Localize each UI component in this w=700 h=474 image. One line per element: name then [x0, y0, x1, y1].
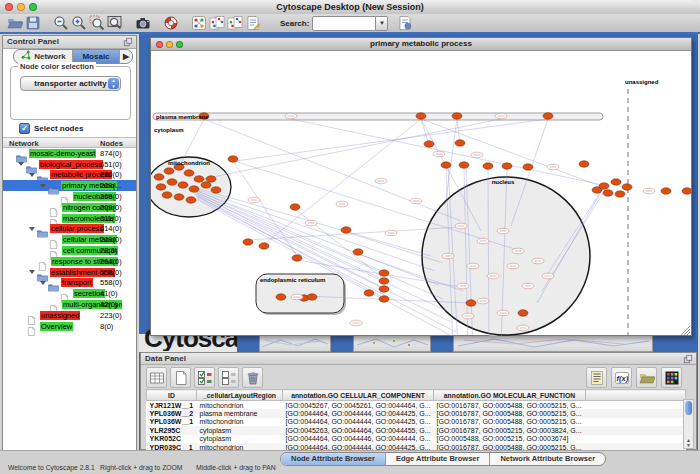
minimize-button[interactable]: [166, 41, 173, 48]
cell[interactable]: [GO:0044464, GO:0044444, GO:0044425, G..…: [283, 409, 434, 417]
cell[interactable]: cytoplasm: [197, 435, 283, 443]
network-node[interactable]: [167, 179, 177, 185]
network-node[interactable]: [459, 162, 469, 168]
float-panel-icon[interactable]: [683, 354, 693, 364]
cell[interactable]: [GO:0044464, GO:0044446, GO:0044444, G..…: [283, 435, 434, 443]
cell[interactable]: mitochondrion: [197, 443, 283, 450]
network-node[interactable]: [379, 296, 389, 302]
column-header[interactable]: _cellularLayoutRegion: [197, 390, 283, 401]
cell[interactable]: YLR295C: [147, 426, 197, 434]
network-node[interactable]: [424, 141, 434, 147]
network-node[interactable]: [599, 183, 609, 189]
table-row[interactable]: YLR295Ccytoplasm[GO:0045263, GO:0044464,…: [147, 426, 686, 434]
tree-row[interactable]: secretion41(0): [3, 288, 136, 299]
tree-row[interactable]: cell communicat22(0): [3, 245, 136, 256]
select-attributes-icon[interactable]: [194, 367, 215, 388]
network-window-titlebar[interactable]: primary metabolic process: [151, 38, 691, 51]
cell[interactable]: [GO:0016787, GO:0005488, GO:0005215, G..…: [434, 443, 586, 450]
network-node[interactable]: [518, 310, 528, 316]
table-row[interactable]: YJR121W__1mitochondrion[GO:0045267, GO:0…: [147, 401, 686, 410]
network-node[interactable]: [502, 163, 512, 169]
table-row[interactable]: YPL036W__2plasma membrane[GO:0044464, GO…: [147, 409, 686, 417]
network-node[interactable]: [579, 161, 589, 167]
cell[interactable]: YPL036W__2: [147, 409, 197, 417]
network-node[interactable]: [154, 174, 164, 180]
cell[interactable]: [GO:0044464, GO:0044444, GO:0044425, G..…: [283, 418, 434, 426]
zoom-button[interactable]: [176, 41, 183, 48]
network-node[interactable]: [206, 176, 216, 182]
cell[interactable]: YJR121W__1: [147, 401, 197, 410]
cell[interactable]: [GO:0016787, GO:0005488, GO:0005215, G..…: [434, 418, 586, 426]
snapshot-camera-icon[interactable]: [134, 15, 152, 32]
network-node[interactable]: [164, 168, 174, 174]
network-node[interactable]: [603, 190, 613, 196]
tree-row[interactable]: transport558(0): [3, 278, 136, 289]
cell[interactable]: cytoplasm: [197, 426, 283, 434]
attribute-matrix-icon[interactable]: [661, 367, 682, 388]
network-node[interactable]: [189, 186, 199, 192]
formula-builder-icon[interactable]: f(x): [611, 367, 632, 388]
zoom-out-icon[interactable]: [52, 15, 70, 32]
tree-row[interactable]: nitrogen compo209(0): [3, 202, 136, 213]
network-node[interactable]: [353, 249, 363, 255]
tab-overflow-arrow-icon[interactable]: ▶: [120, 50, 132, 63]
cell[interactable]: [GO:0044464, GO:0044444, GO:0044425, G..…: [283, 443, 434, 450]
network-node[interactable]: [290, 204, 300, 210]
tree-row[interactable]: cellular metabol209(0): [3, 234, 136, 245]
import-table-icon[interactable]: [396, 15, 414, 32]
background-window[interactable]: [653, 334, 698, 352]
network-node[interactable]: [682, 188, 691, 194]
network-node[interactable]: [452, 113, 462, 119]
help-lifebuoy-icon[interactable]: [162, 15, 180, 32]
attribute-table-header-row[interactable]: ID_cellularLayoutRegionannotation.GO CEL…: [147, 390, 686, 401]
scrollbar-thumb[interactable]: [685, 401, 692, 415]
network-edge[interactable]: [196, 190, 384, 272]
network-node[interactable]: [307, 294, 317, 300]
network-edge[interactable]: [196, 192, 384, 280]
network-overlay-a-icon[interactable]: [208, 15, 226, 32]
tree-row[interactable]: nucleobase-209(0): [3, 191, 136, 202]
disclosure-triangle-icon[interactable]: [18, 162, 24, 166]
network-node[interactable]: [661, 188, 671, 194]
tree-row[interactable]: response to stimulu264(0): [3, 256, 136, 267]
tree-row[interactable]: mosaic-demo-yeast874(0): [3, 148, 136, 159]
disclosure-triangle-icon[interactable]: [29, 227, 35, 231]
network-node[interactable]: [441, 162, 451, 168]
cell[interactable]: [GO:0045263, GO:0044464, GO:0044455, G..…: [283, 426, 434, 434]
column-header[interactable]: annotation.GO CELLULAR_COMPONENT: [283, 390, 434, 401]
background-window[interactable]: [331, 334, 353, 352]
tab-network-attribute-browser[interactable]: Network Attribute Browser: [490, 453, 605, 465]
network-node[interactable]: [379, 278, 389, 284]
network-canvas[interactable]: plasma membranecytoplasmmitochondrionnuc…: [151, 51, 691, 336]
network-node[interactable]: [259, 243, 269, 249]
network-edge[interactable]: [204, 119, 461, 221]
tree-row[interactable]: cellular process614(0): [3, 224, 136, 235]
scrollbar-arrows[interactable]: ▲▼: [684, 438, 693, 448]
unselect-attributes-icon[interactable]: [218, 367, 239, 388]
background-window[interactable]: [237, 334, 259, 352]
column-header[interactable]: ID: [147, 390, 197, 401]
zoom-fit-icon[interactable]: [106, 15, 124, 32]
tree-row[interactable]: biological_process651(0): [3, 159, 136, 170]
tree-row[interactable]: macromolecule311(0): [3, 213, 136, 224]
cell[interactable]: [GO:0016787, GO:0005215, GO:0003824, G..…: [434, 426, 586, 434]
disclosure-triangle-icon[interactable]: [29, 173, 35, 177]
tree-row[interactable]: metabolic process280(0): [3, 170, 136, 181]
network-node[interactable]: [543, 113, 553, 119]
table-row[interactable]: YPL036W__1mitochondrion[GO:0044464, GO:0…: [147, 418, 686, 426]
network-svg[interactable]: plasma membranecytoplasmmitochondrionnuc…: [151, 51, 691, 336]
background-window[interactable]: [453, 334, 653, 352]
network-node[interactable]: [292, 255, 302, 261]
float-panel-icon[interactable]: [123, 37, 133, 47]
cell[interactable]: [GO:0016787, GO:0005488, GO:0005215, G..…: [434, 409, 586, 417]
network-node[interactable]: [174, 194, 184, 200]
network-node[interactable]: [483, 163, 493, 169]
network-node[interactable]: [455, 140, 465, 146]
network-node[interactable]: [186, 197, 196, 203]
column-header[interactable]: [586, 390, 686, 401]
network-node[interactable]: [341, 227, 351, 233]
vizmapper-icon[interactable]: [190, 15, 208, 32]
network-node[interactable]: [162, 192, 172, 198]
disclosure-triangle-icon[interactable]: [40, 281, 46, 285]
network-node[interactable]: [194, 176, 204, 182]
